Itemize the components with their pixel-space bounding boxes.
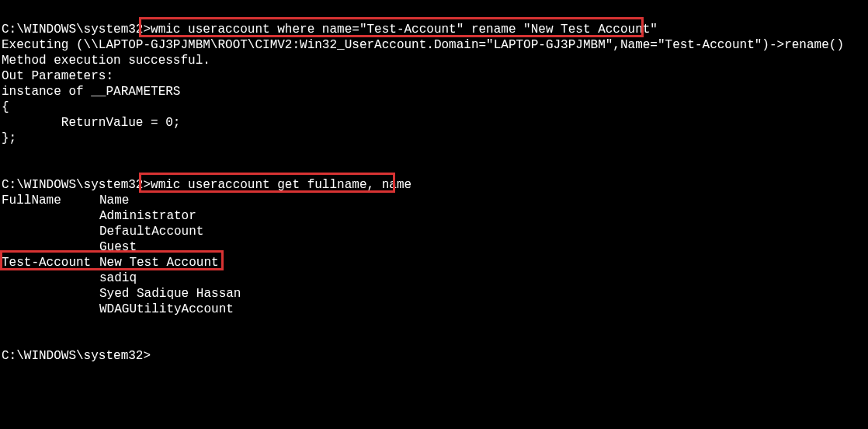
table-row: DefaultAccount (2, 224, 868, 239)
cell-fullname: Test-Account (2, 255, 99, 270)
cell-name: DefaultAccount (99, 225, 203, 239)
header-fullname: FullName (2, 193, 99, 208)
cell-name: Administrator (99, 209, 196, 223)
terminal-line: C:\WINDOWS\system32>wmic useraccount whe… (2, 22, 868, 37)
table-row: sadiq (2, 270, 868, 286)
blank-line (2, 146, 868, 162)
blank-line (2, 333, 868, 348)
terminal-output: }; (2, 131, 868, 146)
terminal-output: instance of __PARAMETERS (2, 84, 868, 99)
prompt: C:\WINDOWS\system32> (2, 178, 151, 192)
command-input[interactable]: wmic useraccount where name="Test-Accoun… (151, 23, 658, 37)
terminal-output: ReturnValue = 0; (2, 115, 868, 131)
table-header: FullNameName (2, 193, 868, 208)
table-row: WDAGUtilityAccount (2, 302, 868, 317)
table-row: Guest (2, 239, 868, 255)
terminal-output: Out Parameters: (2, 68, 868, 84)
table-row: Test-AccountNew Test Account (2, 255, 868, 270)
command-input[interactable]: wmic useraccount get fullname, name (151, 178, 411, 192)
table-row: Syed Sadique Hassan (2, 286, 868, 302)
header-name: Name (99, 194, 129, 208)
cell-name: sadiq (99, 271, 137, 285)
table-row: Administrator (2, 208, 868, 224)
cell-name: New Test Account (99, 256, 219, 270)
prompt: C:\WINDOWS\system32> (2, 349, 151, 363)
terminal-output: { (2, 99, 868, 115)
terminal-output: Executing (\\LAPTOP-GJ3PJMBM\ROOT\CIMV2:… (2, 37, 868, 53)
cell-name: Guest (99, 240, 137, 254)
terminal-output: Method execution successful. (2, 53, 868, 68)
cell-name: Syed Sadique Hassan (99, 287, 241, 301)
terminal-line: C:\WINDOWS\system32>wmic useraccount get… (2, 177, 868, 193)
cell-name: WDAGUtilityAccount (99, 302, 234, 316)
blank-line (2, 317, 868, 333)
blank-line (2, 162, 868, 177)
prompt: C:\WINDOWS\system32> (2, 23, 151, 37)
terminal-line[interactable]: C:\WINDOWS\system32> (2, 348, 868, 364)
